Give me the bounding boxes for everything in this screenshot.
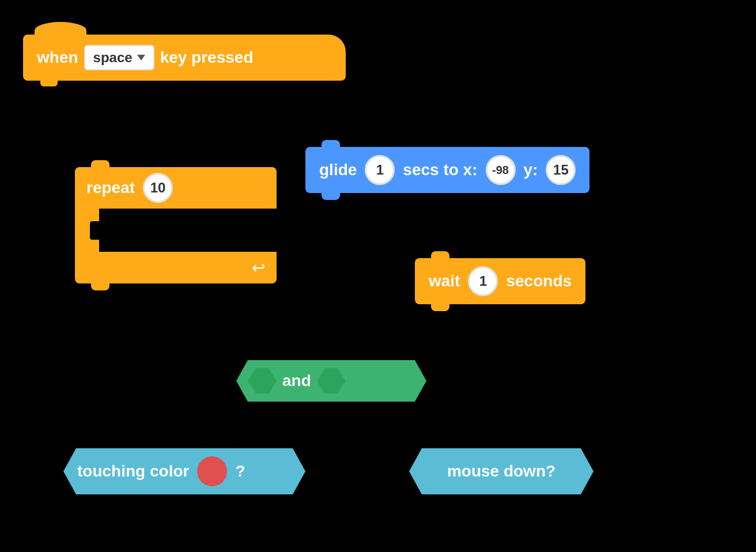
mouse-down-label: mouse down? (447, 462, 555, 481)
wait-block[interactable]: wait 1 seconds (415, 258, 585, 304)
key-value: space (93, 50, 133, 66)
touching-question-mark: ? (235, 462, 245, 481)
and-shape: and (236, 360, 426, 402)
repeat-block[interactable]: repeat 10 ↩ (75, 167, 277, 283)
touching-color-block[interactable]: touching color ? (63, 448, 305, 494)
pressed-label: key pressed (160, 48, 254, 67)
glide-secs-label: secs to x: (403, 161, 477, 179)
repeat-top-bar: repeat 10 (75, 167, 277, 209)
touching-color-swatch[interactable] (197, 456, 227, 486)
glide-y-value: 15 (553, 162, 569, 178)
glide-shape: glide 1 secs to x: -98 y: 15 (305, 147, 589, 193)
repeat-label: repeat (86, 179, 135, 197)
when-block-shape: when space key pressed (23, 35, 346, 81)
glide-label: glide (319, 161, 357, 179)
when-key-pressed-block[interactable]: when space key pressed (23, 35, 346, 81)
glide-block[interactable]: glide 1 secs to x: -98 y: 15 (305, 147, 589, 193)
key-dropdown[interactable]: space (84, 45, 154, 70)
glide-x-value: -98 (492, 164, 509, 177)
and-right-input[interactable] (317, 368, 346, 394)
touching-color-label: touching color (77, 462, 189, 481)
and-label: and (282, 372, 311, 390)
mouse-down-shape: mouse down? (409, 448, 594, 494)
and-block[interactable]: and (236, 360, 426, 402)
when-label: when (37, 48, 78, 67)
repeat-bottom-bar: ↩ (75, 252, 277, 283)
repeat-inner (75, 209, 277, 252)
glide-secs-value: 1 (376, 162, 384, 178)
mouse-down-block[interactable]: mouse down? (409, 448, 594, 494)
repeat-count: 10 (150, 180, 166, 196)
repeat-arrow-icon: ↩ (252, 258, 265, 277)
wait-seconds-circle[interactable]: 1 (468, 266, 498, 296)
repeat-left-bar (75, 209, 99, 252)
repeat-inner-space (99, 209, 277, 252)
glide-y-circle[interactable]: 15 (546, 155, 576, 185)
wait-label: wait (429, 272, 460, 290)
repeat-count-circle[interactable]: 10 (143, 173, 173, 203)
repeat-compound-shape: repeat 10 ↩ (75, 167, 277, 283)
wait-seconds-value: 1 (479, 273, 487, 289)
glide-secs-circle[interactable]: 1 (365, 155, 395, 185)
wait-shape: wait 1 seconds (415, 258, 585, 304)
dropdown-arrow-icon (137, 55, 145, 61)
and-left-input[interactable] (248, 368, 277, 394)
glide-x-circle[interactable]: -98 (486, 155, 516, 185)
glide-y-label: y: (524, 161, 538, 179)
repeat-notch (90, 221, 99, 240)
wait-seconds-label: seconds (506, 272, 572, 290)
touching-color-shape: touching color ? (63, 448, 305, 494)
